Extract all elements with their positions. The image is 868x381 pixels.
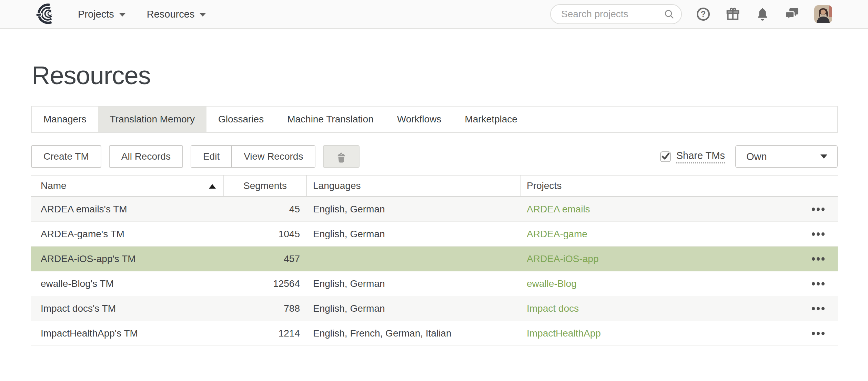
tm-languages: English, French, German, Italian [307,328,521,339]
column-header-languages-label: Languages [313,180,361,191]
table-row-selected[interactable]: ARDEA-iOS-app's TM 457 ARDEA-iOS-app [31,247,838,271]
share-tms-label[interactable]: Share TMs [676,150,725,163]
notifications-bell-icon[interactable] [755,7,770,22]
project-link[interactable]: ARDEA-game [527,229,587,240]
tm-name: ARDEA-iOS-app's TM [31,253,224,264]
nav-menu-resources-label: Resources [147,9,195,20]
tm-segments: 1214 [224,328,307,339]
tm-scope-value: Own [746,151,767,162]
tab-managers[interactable]: Managers [32,107,98,132]
trash-icon [334,149,349,164]
tm-name: ARDEA emails's TM [31,204,224,215]
tm-name: ewalle-Blog's TM [31,278,224,289]
nav-menus: Projects Resources [78,9,206,20]
tm-toolbar: Create TM All Records Edit View Records … [31,145,838,168]
tab-marketplace[interactable]: Marketplace [453,107,529,132]
tm-languages: English, German [307,303,521,314]
row-actions-menu[interactable] [805,279,825,289]
tm-segments: 45 [224,204,307,215]
nav-icon-group: ? [696,5,832,23]
tab-machine-translation[interactable]: Machine Translation [275,107,385,132]
tm-segments: 12564 [224,278,307,289]
sort-ascending-icon [209,184,216,189]
tab-translation-memory[interactable]: Translation Memory [98,107,206,132]
tm-segments: 788 [224,303,307,314]
column-header-segments-label: Segments [243,180,287,191]
resource-tabs: Managers Translation Memory Glossaries M… [31,106,838,133]
nav-menu-projects-label: Projects [78,9,114,20]
tm-languages: English, German [307,204,521,215]
row-actions-menu[interactable] [805,328,825,339]
tab-glossaries[interactable]: Glossaries [206,107,275,132]
messages-chat-icon[interactable] [785,7,800,22]
chevron-down-icon [200,13,206,17]
help-icon[interactable]: ? [696,7,711,22]
gift-icon[interactable] [725,7,740,22]
tm-name: Impact docs's TM [31,303,224,314]
table-row[interactable]: Impact docs's TM 788 English, German Imp… [31,296,838,321]
column-header-name-label: Name [41,180,67,191]
edit-view-button-group: Edit View Records [191,145,315,168]
project-link[interactable]: ImpactHealthApp [527,328,601,339]
tm-scope-select[interactable]: Own [735,145,838,168]
row-actions-menu[interactable] [805,254,825,264]
share-tms-group: Share TMs Own [660,145,838,168]
select-caret-icon [820,154,827,159]
table-row[interactable]: ARDEA-game's TM 1045 English, German ARD… [31,222,838,247]
project-link[interactable]: ARDEA emails [527,204,590,215]
project-link[interactable]: Impact docs [527,303,579,314]
row-actions-menu[interactable] [805,204,825,214]
all-records-button[interactable]: All Records [109,145,183,168]
project-link[interactable]: ewalle-Blog [527,278,577,289]
app-logo[interactable] [34,3,55,25]
delete-tm-button[interactable] [323,145,360,168]
tab-workflows[interactable]: Workflows [385,107,453,132]
checkmark-icon [661,152,670,160]
tm-languages: English, German [307,229,521,240]
share-tms-checkbox[interactable] [660,151,671,162]
svg-text:?: ? [701,9,706,19]
column-header-projects-label: Projects [527,180,562,191]
top-nav: Projects Resources ? [0,0,868,29]
chevron-down-icon [119,13,125,17]
project-search[interactable] [550,4,682,24]
tm-segments: 457 [224,253,307,264]
create-tm-button[interactable]: Create TM [31,145,101,168]
table-row[interactable]: ARDEA emails's TM 45 English, German ARD… [31,197,838,222]
search-icon[interactable] [663,8,675,20]
main-content: Resources Managers Translation Memory Gl… [0,61,868,346]
tm-languages: English, German [307,278,521,289]
project-link[interactable]: ARDEA-iOS-app [527,253,599,264]
tm-table: Name Segments Languages Projects ARDEA e… [31,175,838,346]
edit-button[interactable]: Edit [191,146,231,167]
tm-segments: 1045 [224,229,307,240]
page-title: Resources [32,61,838,90]
column-header-languages[interactable]: Languages [307,176,521,196]
column-header-segments[interactable]: Segments [224,176,307,196]
column-header-name[interactable]: Name [31,176,224,196]
nav-menu-resources[interactable]: Resources [147,9,206,20]
tm-name: ARDEA-game's TM [31,229,224,240]
search-input[interactable] [561,9,663,20]
tm-table-header: Name Segments Languages Projects [31,175,838,197]
table-row[interactable]: ewalle-Blog's TM 12564 English, German e… [31,271,838,296]
user-avatar[interactable] [814,5,832,23]
column-header-projects[interactable]: Projects [521,176,838,196]
tm-name: ImpactHealthApp's TM [31,328,224,339]
table-row[interactable]: ImpactHealthApp's TM 1214 English, Frenc… [31,321,838,346]
view-records-button[interactable]: View Records [231,146,315,167]
nav-menu-projects[interactable]: Projects [78,9,125,20]
row-actions-menu[interactable] [805,303,825,314]
row-actions-menu[interactable] [805,229,825,239]
